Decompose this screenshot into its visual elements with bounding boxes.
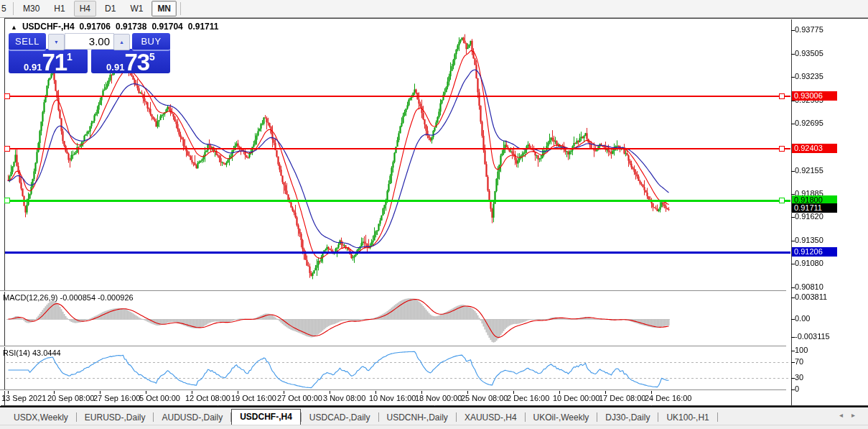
time-label: 27 Sep 16:00 [93,394,140,402]
status-strip [0,425,868,429]
tab-scroll-right-icon[interactable]: ▸ [851,411,864,419]
hline-0.92403[interactable] [5,148,790,149]
buy-price-big: 73 [124,49,149,75]
panel-divider [0,290,786,292]
hline-handle[interactable] [779,93,785,99]
chart-tab-eurusd-daily[interactable]: EURUSD-,Daily [77,411,154,425]
time-label: 24 Dec 16:00 [645,394,691,402]
toolbar-separator [13,2,14,15]
time-label: 3 Nov 08:00 [323,394,365,402]
sell-price: 0.91711 [9,51,88,73]
chart-tab-uk100-h1[interactable]: UK100-,H1 [658,411,717,425]
price-tick-label: 0.91350 [795,236,823,244]
price-tick-label: 0.93235 [795,72,823,80]
panel-divider [0,389,786,391]
timeframe-button-h4[interactable]: H4 [74,1,96,17]
timeframe-button-d1[interactable]: D1 [99,1,121,17]
price-tick-label: 0.93775 [795,25,823,34]
volume-up-button[interactable]: ▲ [113,34,130,50]
buy-price: 0.91735 [91,51,170,73]
macd-tick-label: 0.00 [795,314,810,323]
chart-symbol-title: USDCHF-,H4 [22,22,75,32]
time-label: 13 Sep 2021 [1,394,46,402]
mt4-application: 5M30H1H4D1W1MN ▲USDCHF-,H40.917060.91738… [0,0,868,429]
buy-price-box[interactable]: 0.91735 [91,49,170,73]
rsi-tick-label: 0 [795,384,799,393]
rsi-label: RSI(14) 43.0444 [3,349,61,357]
one-click-trading-panel: 0.91711 0.91735 SELL ▼ ▲ BUY [9,32,174,73]
time-label: 27 Oct 00:00 [277,394,322,402]
time-label: 17 Dec 08:00 [599,394,645,402]
timeframe-toolbar: 5M30H1H4D1W1MN [0,0,868,18]
hline-price-label: 0.92403 [792,144,837,153]
rsi-tick-label: 70 [795,357,803,366]
tab-scroll-left-icon[interactable]: ◂ [839,411,851,419]
hline-price-label: 0.93006 [792,91,837,101]
buy-button[interactable]: BUY [132,33,170,51]
time-label: 19 Oct 16:00 [231,394,276,402]
macd-tick-label: -0.003115 [795,332,830,341]
hline-0.91800[interactable] [5,200,790,202]
chart-tab-usdcad-daily[interactable]: USDCAD-,Daily [302,411,378,425]
sell-price-box[interactable]: 0.91711 [9,49,88,73]
chart-tab-usdchf-h4[interactable]: USDCHF-,H4 [231,409,301,425]
timeframe-button-m30[interactable]: M30 [17,1,45,17]
time-label: 12 Oct 08:00 [185,394,230,402]
tab-separator [717,412,718,422]
timeframe-button-w1[interactable]: W1 [124,1,149,17]
time-label: 10 Nov 16:00 [369,394,416,402]
macd-label: MACD(12,26,9) -0.000854 -0.000926 [3,293,134,302]
sell-price-base: 0.91 [24,62,42,73]
rsi-tick-label: 100 [795,346,808,354]
sell-price-big: 71 [42,49,67,75]
hline-handle[interactable] [4,198,10,203]
hline-handle[interactable] [779,198,785,203]
panel-divider [0,346,786,347]
chart-tab-audusd-daily[interactable]: AUDUSD-,Daily [154,411,230,425]
price-tick-label: 0.91620 [795,212,823,221]
chart-collapse-icon[interactable]: ▲ [11,24,17,31]
sell-price-sup: 1 [67,51,73,63]
chart-tab-xauusd-h4[interactable]: XAUUSD-,H4 [457,411,525,425]
ohlc-high: 0.91738 [116,22,146,32]
chart-tab-bar: USDX,WeeklyEURUSD-,DailyAUDUSD-,DailyUSD… [0,406,868,425]
timeframe-button-5[interactable]: 5 [0,1,9,17]
time-label: 5 Oct 00:00 [139,394,180,402]
hline-price-label: 0.91206 [792,247,837,257]
price-tick-label: 0.90810 [795,282,823,291]
price-tick-label: 0.93505 [795,49,823,57]
hline-0.91206[interactable] [5,252,790,254]
time-label: 10 Dec 00:00 [553,394,599,402]
ohlc-low: 0.91704 [151,22,182,32]
buy-price-base: 0.91 [106,62,124,73]
chart-tab-usdx-weekly[interactable]: USDX,Weekly [6,411,76,425]
tab-scroll-arrows: ◂▸ [839,411,864,419]
chart-window: ▲USDCHF-,H40.917060.917380.917040.91711 … [4,18,868,406]
toolbar-separator [180,2,181,15]
hline-handle[interactable] [4,146,10,152]
chart-tab-dj30-daily[interactable]: DJ30-,Daily [597,411,658,425]
bid-price-label: 0.91711 [792,203,837,213]
rsi-tick-label: 30 [795,373,803,382]
time-label: 25 Nov 08:00 [461,394,508,402]
hline-handle[interactable] [779,146,785,152]
price-tick-label: 0.92695 [795,119,823,127]
hline-0.93006[interactable] [5,96,790,97]
volume-input[interactable] [65,33,114,50]
price-tick-label: 0.92155 [795,166,823,175]
volume-down-button[interactable]: ▼ [48,34,65,50]
chart-tab-ukoil-weekly[interactable]: UKOil-,Weekly [526,411,597,425]
price-tick-label: 0.91080 [795,259,823,267]
time-label: 20 Sep 08:00 [47,394,94,402]
macd-tick-label: 0.003811 [795,292,827,301]
ohlc-close: 0.91711 [188,22,219,32]
timeframe-button-mn[interactable]: MN [151,1,177,17]
sell-button[interactable]: SELL [9,33,46,51]
chart-title-row: ▲USDCHF-,H40.917060.917380.917040.91711 [11,22,223,32]
time-label: 2 Dec 16:00 [507,394,549,402]
buy-price-sup: 5 [149,51,155,63]
ohlc-open: 0.91706 [80,22,111,32]
chart-tab-usdcnh-daily[interactable]: USDCNH-,Daily [379,411,456,425]
timeframe-button-h1[interactable]: H1 [48,1,70,17]
hline-handle[interactable] [4,93,10,99]
